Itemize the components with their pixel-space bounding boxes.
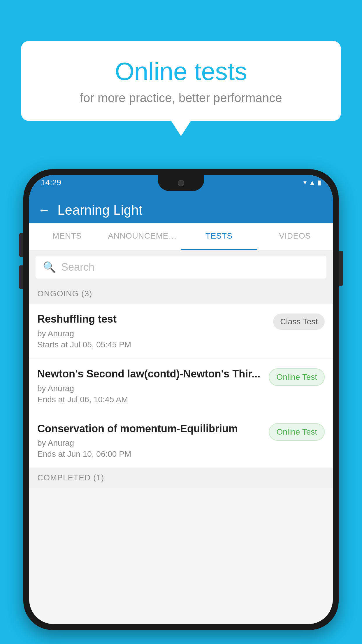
signal-icon: ▲ <box>309 179 315 186</box>
search-icon: 🔍 <box>43 261 56 273</box>
back-button[interactable]: ← <box>38 203 50 217</box>
search-input[interactable]: Search <box>61 261 94 273</box>
bubble-title: Online tests <box>38 57 324 86</box>
test-date-reshuffling: Starts at Jul 05, 05:45 PM <box>37 340 267 349</box>
phone-container: 14:29 ▾ ▲ ▮ ← Learning Light MENTS <box>23 169 339 644</box>
test-badge-reshuffling: Class Test <box>273 314 325 330</box>
test-date-conservation: Ends at Jun 10, 06:00 PM <box>37 449 263 459</box>
test-badge-newton: Online Test <box>269 368 325 386</box>
tabs-bar: MENTS ANNOUNCEMENTS TESTS VIDEOS <box>29 223 333 251</box>
app-title: Learning Light <box>57 202 143 218</box>
status-bar-area: 14:29 ▾ ▲ ▮ <box>29 175 333 197</box>
test-info-conservation: Conservation of momentum-Equilibrium by … <box>37 422 269 459</box>
test-name-newton: Newton's Second law(contd)-Newton's Thir… <box>37 367 263 381</box>
test-info-reshuffling: Reshuffling test by Anurag Starts at Jul… <box>37 312 273 349</box>
test-badge-conservation: Online Test <box>269 423 325 441</box>
battery-icon: ▮ <box>318 179 321 186</box>
status-time: 14:29 <box>41 178 61 187</box>
search-container: 🔍 Search <box>29 251 333 284</box>
phone-frame: 14:29 ▾ ▲ ▮ ← Learning Light MENTS <box>23 169 339 630</box>
wifi-icon: ▾ <box>303 179 307 186</box>
test-item-reshuffling[interactable]: Reshuffling test by Anurag Starts at Jul… <box>29 304 333 358</box>
bubble-subtitle: for more practice, better performance <box>38 91 324 105</box>
test-by-reshuffling: by Anurag <box>37 329 267 338</box>
test-item-conservation[interactable]: Conservation of momentum-Equilibrium by … <box>29 413 333 468</box>
status-icons: ▾ ▲ ▮ <box>303 179 321 186</box>
test-by-newton: by Anurag <box>37 384 263 393</box>
test-date-newton: Ends at Jul 06, 10:45 AM <box>37 395 263 404</box>
tab-videos[interactable]: VIDEOS <box>257 223 333 250</box>
volume-down-button <box>19 265 23 289</box>
test-info-newton: Newton's Second law(contd)-Newton's Thir… <box>37 367 269 404</box>
test-name-reshuffling: Reshuffling test <box>37 312 267 326</box>
tab-tests[interactable]: TESTS <box>181 223 257 250</box>
search-bar[interactable]: 🔍 Search <box>36 256 326 279</box>
notch <box>158 175 204 191</box>
camera-dot <box>178 180 184 186</box>
phone-screen: 14:29 ▾ ▲ ▮ ← Learning Light MENTS <box>29 175 333 624</box>
ongoing-section-header: ONGOING (3) <box>29 284 333 304</box>
test-by-conservation: by Anurag <box>37 438 263 448</box>
test-name-conservation: Conservation of momentum-Equilibrium <box>37 422 263 436</box>
app-header: ← Learning Light <box>29 197 333 223</box>
test-item-newton[interactable]: Newton's Second law(contd)-Newton's Thir… <box>29 358 333 413</box>
power-button <box>339 251 343 286</box>
speech-bubble: Online tests for more practice, better p… <box>21 41 341 121</box>
test-list: Reshuffling test by Anurag Starts at Jul… <box>29 304 333 468</box>
completed-section-header: COMPLETED (1) <box>29 468 333 488</box>
tab-announcements[interactable]: ANNOUNCEMENTS <box>105 223 181 250</box>
tab-ments[interactable]: MENTS <box>29 223 105 250</box>
volume-up-button <box>19 233 23 257</box>
